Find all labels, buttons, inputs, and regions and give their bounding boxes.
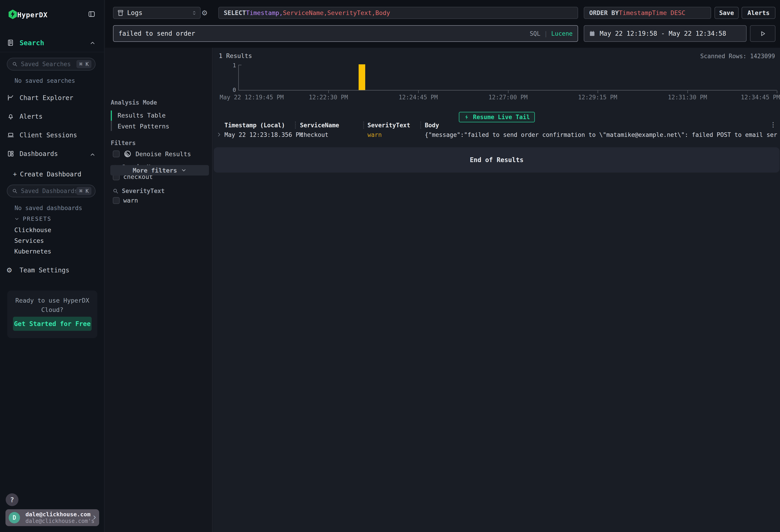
chevron-up-icon[interactable] xyxy=(89,40,96,46)
sidebar-item-alerts[interactable]: Alerts xyxy=(0,109,104,123)
denoise-checkbox[interactable] xyxy=(113,150,119,157)
cell-body: {"message":"failed to send order confirm… xyxy=(425,132,777,138)
expand-row-chevron-icon[interactable] xyxy=(216,132,222,137)
filter-group-severitytext[interactable]: SeverityText xyxy=(112,188,165,194)
mode-event-patterns[interactable]: Event Patterns xyxy=(117,123,169,130)
y-tick-label: 1 xyxy=(225,62,236,69)
x-axis-tick xyxy=(418,91,419,93)
avatar: D xyxy=(9,512,20,523)
no-saved-searches-note: No saved searches xyxy=(14,77,75,84)
chart-icon xyxy=(7,94,14,101)
column-separator[interactable] xyxy=(420,122,421,129)
preset-item-services[interactable]: Services xyxy=(14,237,44,244)
lang-lucene-option[interactable]: Lucene xyxy=(551,30,573,37)
cell-timestamp: May 22 12:23:18.356 PM xyxy=(225,132,303,138)
help-button[interactable]: ? xyxy=(6,493,18,506)
chevron-up-icon[interactable] xyxy=(89,151,96,158)
date-range-picker[interactable]: May 22 12:19:58 - May 22 12:34:58 xyxy=(584,25,746,42)
results-histogram[interactable]: 1 0 May 22 12:19:45 PM 12:22:30 PM 12:24… xyxy=(238,65,777,91)
run-query-button[interactable] xyxy=(750,25,775,42)
query-toolbar: Logs ⚙ SELECT Timestamp, ServiceName, Se… xyxy=(105,0,780,48)
scanned-rows: Scanned Rows: 1423099 xyxy=(700,53,775,59)
filters-panel: Analysis Mode Results Table Event Patter… xyxy=(105,48,213,532)
search-journal-icon xyxy=(7,39,14,47)
filter-option-label[interactable]: warn xyxy=(123,197,138,204)
orderby-query-editor[interactable]: ORDER BY TimestampTime DESC xyxy=(584,7,711,19)
user-menu[interactable]: D dale@clickhouse.com dale@clickhouse.co… xyxy=(5,509,99,526)
search-input[interactable] xyxy=(118,30,530,37)
preset-item-kubernetes[interactable]: Kubernetes xyxy=(14,248,51,255)
no-saved-dashboards-note: No saved dashboards xyxy=(14,205,82,211)
cell-severity: warn xyxy=(368,132,382,138)
save-button[interactable]: Save xyxy=(715,7,739,19)
cloud-promo-line2: Cloud? xyxy=(7,306,97,313)
sql-field: TimestampTime DESC xyxy=(619,9,685,16)
bell-icon xyxy=(7,113,14,120)
hyperdx-logo-icon xyxy=(7,9,18,19)
denoise-filter-row: Denoise Results xyxy=(113,150,191,158)
cell-servicename: checkout xyxy=(300,132,328,138)
histogram-bar[interactable] xyxy=(358,64,365,90)
filter-option-warn: warn xyxy=(113,197,138,204)
create-dashboard-button[interactable]: +Create Dashboard xyxy=(13,171,82,178)
calendar-icon xyxy=(589,30,596,37)
lang-sql-option[interactable]: SQL xyxy=(530,30,540,37)
more-filters-button[interactable]: More filters xyxy=(110,165,209,176)
x-axis-tick xyxy=(687,91,688,93)
x-tick-label: 12:29:15 PM xyxy=(578,94,617,101)
column-header-body[interactable]: Body xyxy=(425,122,777,129)
sql-field: SeverityText, xyxy=(327,9,375,16)
sql-keyword: SELECT xyxy=(224,9,246,16)
select-query-editor[interactable]: SELECT Timestamp, ServiceName, SeverityT… xyxy=(218,7,578,19)
query-language-toggle: SQL | Lucene xyxy=(530,30,573,37)
resume-live-tail-label: Resume Live Tail xyxy=(473,114,530,120)
column-header-timestamp[interactable]: Timestamp (Local) xyxy=(225,122,285,129)
sidebar-item-chart-explorer[interactable]: Chart Explorer xyxy=(0,91,104,105)
collapse-sidebar-icon[interactable] xyxy=(88,10,96,18)
gear-icon[interactable]: ⚙ xyxy=(202,7,207,17)
logo-row: HyperDX xyxy=(0,0,104,30)
table-row[interactable]: May 22 12:23:18.356 PM checkout warn {"m… xyxy=(213,130,780,140)
cloud-promo-card: Ready to use HyperDX Cloud? Get Started … xyxy=(7,291,97,338)
chevron-updown-icon xyxy=(191,10,197,16)
sidebar-item-label: Client Sessions xyxy=(19,132,77,139)
column-header-servicename[interactable]: ServiceName xyxy=(300,122,339,129)
alerts-button[interactable]: Alerts xyxy=(741,7,775,19)
sidebar-item-dashboards[interactable]: Dashboards xyxy=(0,147,104,160)
search-icon xyxy=(112,188,119,194)
sql-field: Timestamp, xyxy=(246,9,283,16)
search-input-wrap: SQL | Lucene xyxy=(113,25,578,42)
saved-dashboards-input[interactable] xyxy=(21,188,77,194)
lightning-icon xyxy=(464,114,470,120)
brand-title: HyperDX xyxy=(17,11,48,19)
sidebar-item-label: Dashboards xyxy=(19,150,58,157)
column-separator[interactable] xyxy=(295,122,296,129)
saved-dashboards-input-wrap: ⌘ K xyxy=(7,185,96,197)
sql-field: Body xyxy=(376,9,390,16)
column-separator[interactable] xyxy=(363,122,364,129)
x-axis-tick xyxy=(777,91,777,93)
sidebar-item-team-settings[interactable]: ⚙ Team Settings xyxy=(0,263,104,277)
saved-searches-input[interactable] xyxy=(21,61,77,67)
table-options-kebab-icon[interactable]: ⋮ xyxy=(770,121,776,129)
x-axis-tick xyxy=(598,91,598,93)
gear-icon: ⚙ xyxy=(7,265,12,275)
chevron-right-icon xyxy=(91,514,98,521)
x-tick-label: 12:24:45 PM xyxy=(399,94,438,101)
x-tick-label: 12:27:00 PM xyxy=(488,94,528,101)
mode-results-table[interactable]: Results Table xyxy=(117,112,165,119)
x-axis-tick xyxy=(328,91,329,93)
plus-icon: + xyxy=(13,171,17,178)
preset-item-clickhouse[interactable]: Clickhouse xyxy=(14,227,51,234)
presets-toggle[interactable]: PRESETS xyxy=(14,215,51,222)
warn-checkbox[interactable] xyxy=(113,197,119,204)
source-select[interactable]: Logs xyxy=(113,7,201,19)
create-dashboard-label: Create Dashboard xyxy=(20,171,82,178)
x-tick-label: May 22 12:19:45 PM xyxy=(220,94,284,101)
sql-keyword: ORDER BY xyxy=(589,9,619,16)
sidebar-item-search[interactable]: Search xyxy=(0,38,104,48)
column-header-severitytext[interactable]: SeverityText xyxy=(368,122,410,129)
lang-divider: | xyxy=(544,30,548,37)
sidebar-item-client-sessions[interactable]: Client Sessions xyxy=(0,128,104,142)
get-started-button[interactable]: Get Started for Free xyxy=(13,317,92,331)
